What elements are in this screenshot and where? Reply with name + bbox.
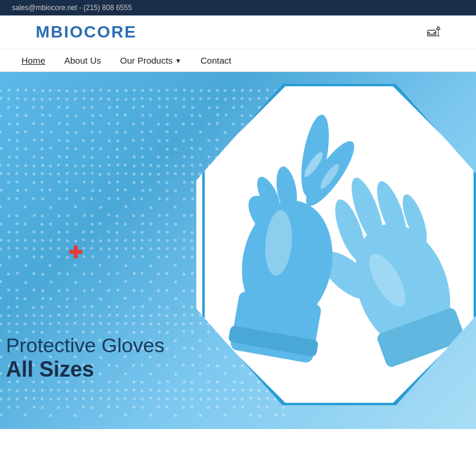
gloves-svg: [202, 84, 476, 405]
hero-line2: All Sizes: [6, 357, 164, 382]
hero-line1: Protective Gloves: [6, 334, 164, 357]
hero-section: ✚ Protective Gloves All Sizes: [0, 72, 476, 429]
nav-contact[interactable]: Contact: [191, 49, 241, 71]
glove-image-area: [196, 84, 476, 405]
main-nav: Home About Us Our Products ▼ Contact: [0, 49, 476, 72]
nav-about[interactable]: About Us: [55, 49, 111, 71]
nav-home[interactable]: Home: [12, 49, 55, 71]
hero-text: Protective Gloves All Sizes: [0, 334, 164, 382]
cart-icon[interactable]: 🛋: [427, 24, 440, 40]
svg-rect-0: [202, 84, 476, 405]
nav-products[interactable]: Our Products ▼: [111, 49, 191, 71]
header: MBIOCORE 🛋: [0, 15, 476, 49]
logo[interactable]: MBIOCORE: [36, 23, 137, 42]
chevron-down-icon: ▼: [175, 57, 181, 64]
glove-container: [196, 84, 476, 417]
contact-info: sales@mbiocore.net - (215) 808 6555: [12, 4, 132, 12]
top-bar: sales@mbiocore.net - (215) 808 6555: [0, 0, 476, 15]
red-cross-icon: ✚: [68, 245, 82, 261]
